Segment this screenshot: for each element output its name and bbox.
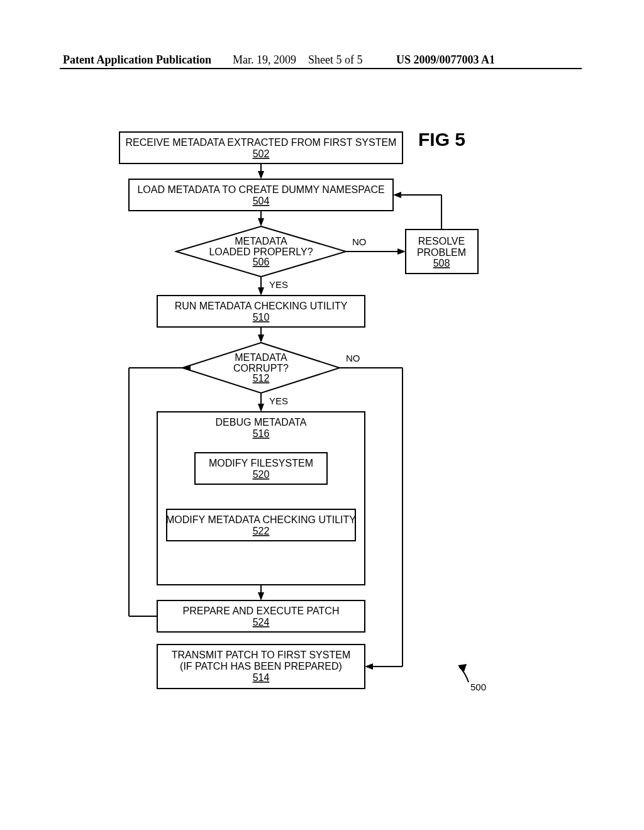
decision-506-yes-label: YES [269,279,288,290]
step-514-ref: 514 [253,672,270,683]
svg-marker-24 [258,592,264,600]
step-504-text: LOAD METADATA TO CREATE DUMMY NAMESPACE [137,184,384,195]
svg-marker-5 [397,248,406,255]
step-522-text: MODIFY METADATA CHECKING UTILITY [166,514,356,525]
step-510-text: RUN METADATA CHECKING UTILITY [175,301,348,311]
header-publication: Patent Application Publication [63,53,211,67]
step-508-ref: 508 [433,258,450,268]
flowchart: RECEIVE METADATA EXTRACTED FROM FIRST SY… [94,119,497,698]
decision-506-ref: 506 [253,257,270,267]
step-520-text: MODIFY FILESYSTEM [209,458,313,468]
header-date: Mar. 19, 2009 [233,53,296,67]
step-514-line2: (IF PATCH HAS BEEN PREPARED) [180,661,342,672]
svg-marker-12 [258,335,264,343]
decision-512-yes-label: YES [269,396,288,406]
decision-506-line1: METADATA [235,236,287,246]
page: Patent Application Publication Mar. 19, … [0,0,644,830]
svg-marker-8 [393,192,401,198]
decision-506-no-label: NO [352,236,367,247]
svg-marker-10 [258,287,264,296]
step-524-text: PREPARE AND EXECUTE PATCH [183,606,340,616]
step-522-ref: 522 [253,526,270,536]
svg-marker-3 [258,218,264,226]
step-508-line2: PROBLEM [417,247,466,258]
decision-512-ref: 512 [253,373,270,384]
step-504-ref: 504 [253,196,270,206]
figure-overall-ref: 500 [470,682,486,692]
decision-512-no-label: NO [346,353,360,363]
step-516-text: DEBUG METADATA [216,417,307,428]
step-524-ref: 524 [253,617,270,628]
header-app-number: US 2009/0077003 A1 [396,53,495,67]
step-516-ref: 516 [253,428,270,439]
step-520-ref: 520 [253,469,270,480]
header-sheet: Sheet 5 of 5 [308,53,362,67]
decision-512-line2: CORRUPT? [233,363,289,374]
step-508-line1: RESOLVE [418,236,465,246]
step-502-text: RECEIVE METADATA EXTRACTED FROM FIRST SY… [126,137,397,148]
decision-512-line1: METADATA [235,352,287,363]
svg-marker-16 [365,663,373,670]
svg-marker-22 [258,404,264,412]
step-510-ref: 510 [253,312,270,323]
header-rule [60,68,582,69]
decision-506-line2: LOADED PROPERLY? [209,246,313,257]
step-502-ref: 502 [253,148,270,159]
svg-marker-20 [182,365,191,371]
step-514-line1: TRANSMIT PATCH TO FIRST SYSTEM [172,650,350,660]
svg-marker-1 [258,171,264,179]
